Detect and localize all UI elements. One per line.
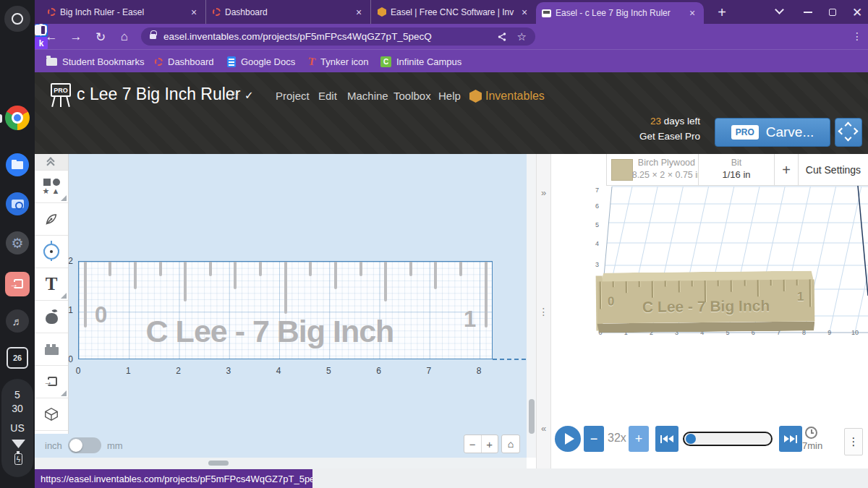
tab-big-inch-ruler[interactable]: Big Inch Ruler - Easel × [42, 0, 206, 24]
design-tick[interactable] [134, 262, 137, 289]
design-label-one[interactable]: 1 [464, 307, 476, 333]
design-tick[interactable] [485, 262, 488, 328]
tab-close-icon[interactable]: × [519, 7, 530, 18]
3d-view-tool[interactable] [35, 398, 68, 431]
bookmark-google-docs[interactable]: Google Docs [227, 50, 295, 73]
bookmark-student-bookmarks[interactable]: Student Bookmarks [46, 50, 144, 73]
vertical-scrollbar[interactable] [527, 154, 536, 458]
design-tick[interactable] [309, 262, 312, 276]
tab-easel-free-cnc[interactable]: Easel | Free CNC Software | Inv × [372, 0, 536, 24]
block-tick [783, 280, 786, 291]
chrome-icon[interactable] [5, 106, 30, 130]
simulation-progress-slider[interactable] [683, 432, 773, 446]
zoom-home-button[interactable]: ⌂ [501, 435, 520, 453]
carve-button[interactable]: PRO Carve... [715, 118, 830, 147]
design-tick[interactable] [209, 262, 212, 276]
tab-close-icon[interactable]: × [188, 7, 200, 18]
address-bar[interactable]: easel.inventables.com/projects/pF5mFPcs4… [141, 27, 535, 46]
design-tick[interactable] [384, 262, 387, 301]
lego-brick-tool[interactable] [35, 333, 68, 366]
horizontal-scrollbar[interactable] [35, 458, 527, 468]
3d-preview[interactable]: 012345678910 76543 0 1 C Lee - 7 Big Inc… [551, 186, 868, 421]
units-toggle[interactable] [68, 437, 101, 453]
import-tool[interactable]: → [35, 366, 68, 398]
zoom-in-button[interactable]: + [482, 435, 498, 453]
pen-tool[interactable] [35, 203, 68, 236]
menu-help[interactable]: Help [438, 90, 461, 102]
calendar-icon[interactable]: 26 [7, 347, 28, 369]
bookmark-star-icon[interactable]: ☆ [517, 30, 527, 43]
tab-search-chevron-icon[interactable] [773, 6, 786, 16]
text-tool[interactable]: T [35, 268, 68, 301]
get-easel-pro-link[interactable]: Get Easel Pro [534, 131, 700, 142]
inventables-brand-link[interactable]: Inventables [469, 90, 545, 103]
bookmark-infinite-campus[interactable]: CInfinite Campus [380, 50, 461, 73]
design-tick[interactable] [434, 262, 437, 289]
design-tick[interactable] [409, 262, 412, 276]
tab-close-icon[interactable]: × [353, 7, 365, 18]
design-tick[interactable] [284, 262, 287, 314]
browser-menu-icon[interactable]: ⋮ [851, 29, 864, 43]
project-title[interactable]: c Lee 7 Big Inch Ruler [77, 85, 240, 104]
zoom-out-button[interactable]: − [464, 435, 482, 453]
shapes-tool[interactable]: ★▲ [35, 171, 68, 203]
minimize-button[interactable] [800, 4, 816, 20]
divider-drag-handle[interactable]: ⋮ [537, 306, 550, 317]
expand-right-chevron-icon[interactable]: » [537, 187, 550, 198]
share-icon[interactable] [497, 32, 507, 42]
skip-to-start-button[interactable] [655, 426, 678, 452]
launcher-button[interactable] [4, 6, 30, 32]
drill-tool[interactable] [35, 236, 68, 268]
toggle-panel-button[interactable] [835, 118, 862, 147]
skip-to-end-button[interactable] [779, 426, 802, 452]
tab-close-icon[interactable]: × [686, 7, 698, 19]
design-tick[interactable] [184, 262, 187, 301]
shelf-status-area[interactable]: 5 30 US ϟ [1, 379, 33, 477]
playlist-app-icon[interactable]: ♬ [6, 309, 29, 333]
restore-button[interactable] [825, 4, 841, 20]
menu-toolbox[interactable]: Toolbox [393, 90, 431, 102]
home-button[interactable]: ⌂ [116, 29, 132, 45]
menu-project[interactable]: Project [276, 90, 310, 102]
design-canvas[interactable]: 210 012345678 0 1 C Lee - 7 Big Inch inc… [35, 154, 527, 458]
design-tick[interactable] [459, 262, 462, 276]
design-tick[interactable] [234, 262, 237, 289]
close-window-button[interactable]: ✕ [849, 4, 865, 20]
bookmark-dashboard[interactable]: Dashboard [155, 50, 214, 73]
favorite-star-icon[interactable]: ☆ [229, 88, 239, 103]
settings-gear-icon[interactable]: ⚙ [6, 231, 29, 254]
design-tick[interactable] [359, 262, 362, 276]
add-bit-button[interactable]: + [774, 154, 798, 186]
expand-left-chevron-icon[interactable]: « [537, 423, 550, 434]
design-tick[interactable] [84, 262, 87, 328]
cut-settings-button[interactable]: Cut Settings [798, 154, 868, 186]
play-button[interactable] [555, 426, 581, 452]
menu-edit[interactable]: Edit [318, 90, 337, 102]
bookmark-tynker[interactable]: TTynker icon [308, 50, 369, 73]
reload-button[interactable]: ↻ [93, 29, 109, 45]
tab-dashboard[interactable]: Dashboard × [207, 0, 371, 24]
collapse-toolbar-button[interactable] [35, 154, 68, 171]
files-app-icon[interactable] [6, 153, 29, 176]
camera-app-icon[interactable] [6, 192, 29, 215]
design-library-apple-tool[interactable] [35, 301, 68, 333]
design-tick[interactable] [109, 262, 111, 276]
easel-import-app-icon[interactable]: → [5, 272, 30, 296]
design-tick[interactable] [334, 262, 337, 289]
speed-increase-button[interactable]: + [629, 426, 649, 452]
design-text[interactable]: C Lee - 7 Big Inch [146, 314, 394, 349]
menu-machine[interactable]: Machine [347, 90, 388, 102]
panel-divider[interactable]: » ⋮ « [536, 154, 551, 468]
tab-easel-project-active[interactable]: Easel - c Lee 7 Big Inch Ruler × [536, 2, 704, 24]
chevron-up-icon [845, 122, 852, 129]
forward-button[interactable]: → [68, 29, 84, 45]
block-tick [718, 281, 720, 286]
new-tab-button[interactable]: + [713, 4, 731, 21]
design-label-zero[interactable]: 0 [95, 302, 107, 328]
design-tick[interactable] [159, 262, 162, 276]
material-cell[interactable]: Birch Plywood 8.25 × 2 × 0.75 in [606, 154, 698, 186]
simulation-menu-button[interactable]: ⋮ [844, 428, 863, 455]
speed-decrease-button[interactable]: − [584, 426, 604, 452]
bit-cell[interactable]: Bit 1/16 in [698, 154, 774, 186]
design-tick[interactable] [259, 262, 262, 276]
